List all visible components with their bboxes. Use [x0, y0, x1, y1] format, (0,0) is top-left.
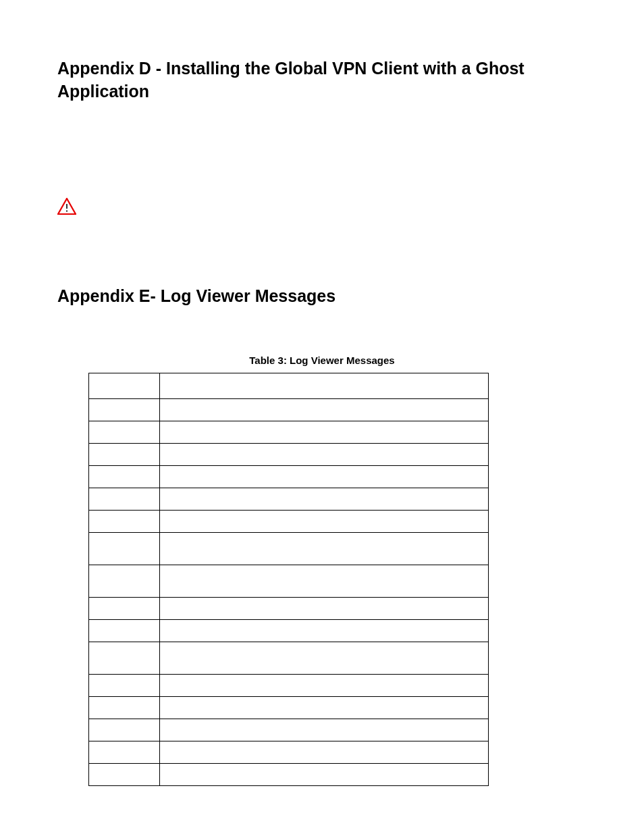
appendix-d-heading: Appendix D - Installing the Global VPN C… — [57, 57, 587, 103]
table-row — [89, 675, 489, 697]
cell-message — [159, 399, 488, 421]
cell-message — [159, 675, 488, 697]
cell-type — [89, 719, 160, 741]
cell-message — [159, 488, 488, 511]
table-row — [89, 533, 489, 565]
warning-icon — [57, 198, 76, 217]
cell-message — [159, 719, 488, 741]
appendix-e-heading: Appendix E- Log Viewer Messages — [57, 285, 587, 308]
cell-message — [159, 741, 488, 764]
cell-type — [89, 741, 160, 764]
cell-type — [89, 511, 160, 533]
cell-message — [159, 511, 488, 533]
table-row — [89, 697, 489, 719]
table-row — [89, 421, 489, 444]
cell-type — [89, 764, 160, 786]
cell-message — [159, 598, 488, 620]
cell-type — [89, 421, 160, 444]
table-row — [89, 399, 489, 421]
table-row — [89, 642, 489, 675]
table-row — [89, 488, 489, 511]
table-row — [89, 620, 489, 642]
cell-type — [89, 565, 160, 598]
cell-message — [159, 466, 488, 488]
table-row — [89, 741, 489, 764]
table-row — [89, 511, 489, 533]
table-row — [89, 565, 489, 598]
svg-point-1 — [66, 210, 68, 211]
cell-type — [89, 642, 160, 675]
table-row — [89, 598, 489, 620]
cell-type — [89, 697, 160, 719]
table-row — [89, 373, 489, 399]
cell-type — [89, 444, 160, 466]
table-row — [89, 764, 489, 786]
cell-message — [159, 642, 488, 675]
table-row — [89, 719, 489, 741]
cell-message — [159, 533, 488, 565]
alert-block — [57, 198, 587, 217]
cell-type — [89, 466, 160, 488]
table-row — [89, 444, 489, 466]
table-caption: Table 3: Log Viewer Messages — [57, 355, 587, 366]
cell-message — [159, 697, 488, 719]
cell-type — [89, 488, 160, 511]
cell-type — [89, 675, 160, 697]
cell-type — [89, 373, 160, 399]
log-viewer-table — [88, 373, 489, 786]
cell-type — [89, 598, 160, 620]
cell-message — [159, 565, 488, 598]
cell-message — [159, 764, 488, 786]
cell-message — [159, 373, 488, 399]
cell-type — [89, 533, 160, 565]
cell-type — [89, 620, 160, 642]
cell-message — [159, 620, 488, 642]
cell-message — [159, 444, 488, 466]
cell-message — [159, 421, 488, 444]
table-row — [89, 466, 489, 488]
cell-type — [89, 399, 160, 421]
